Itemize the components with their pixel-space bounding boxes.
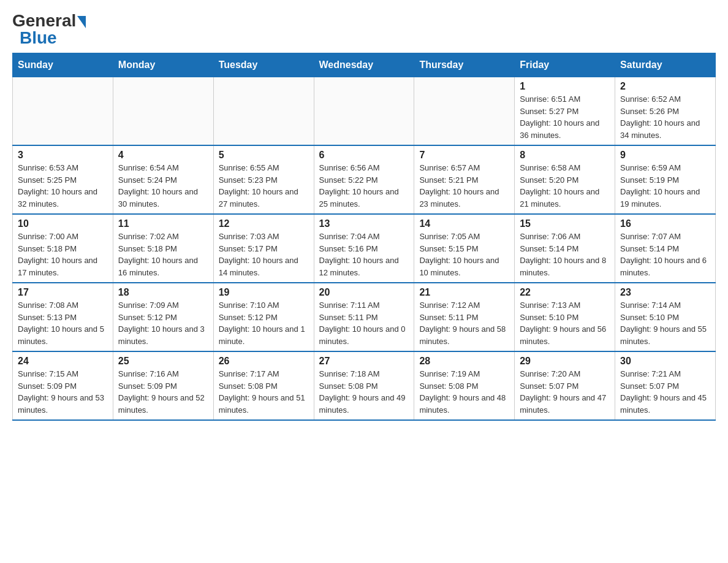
logo: General Blue <box>12 12 86 47</box>
day-info: Sunrise: 6:52 AM Sunset: 5:26 PM Dayligh… <box>620 93 710 141</box>
page-header: General Blue <box>12 12 716 47</box>
weekday-header-monday: Monday <box>113 53 213 77</box>
calendar-cell <box>113 77 213 146</box>
day-info: Sunrise: 7:18 AM Sunset: 5:08 PM Dayligh… <box>319 368 409 416</box>
calendar-week-1: 1Sunrise: 6:51 AM Sunset: 5:27 PM Daylig… <box>13 77 716 146</box>
calendar-cell: 26Sunrise: 7:17 AM Sunset: 5:08 PM Dayli… <box>213 351 314 420</box>
calendar-cell: 11Sunrise: 7:02 AM Sunset: 5:18 PM Dayli… <box>113 214 213 283</box>
day-number: 27 <box>319 356 409 367</box>
calendar-cell: 13Sunrise: 7:04 AM Sunset: 5:16 PM Dayli… <box>314 214 414 283</box>
day-number: 21 <box>419 287 509 298</box>
calendar-cell: 30Sunrise: 7:21 AM Sunset: 5:07 PM Dayli… <box>615 351 716 420</box>
day-number: 6 <box>319 150 409 161</box>
day-info: Sunrise: 7:08 AM Sunset: 5:13 PM Dayligh… <box>18 299 108 347</box>
calendar-week-4: 17Sunrise: 7:08 AM Sunset: 5:13 PM Dayli… <box>13 283 716 351</box>
weekday-header-saturday: Saturday <box>615 53 716 77</box>
day-number: 10 <box>18 218 108 229</box>
calendar-cell: 5Sunrise: 6:55 AM Sunset: 5:23 PM Daylig… <box>213 145 314 214</box>
day-info: Sunrise: 7:02 AM Sunset: 5:18 PM Dayligh… <box>118 231 208 278</box>
day-info: Sunrise: 7:05 AM Sunset: 5:15 PM Dayligh… <box>419 231 509 278</box>
calendar-cell: 12Sunrise: 7:03 AM Sunset: 5:17 PM Dayli… <box>213 214 314 283</box>
calendar-cell: 27Sunrise: 7:18 AM Sunset: 5:08 PM Dayli… <box>314 351 414 420</box>
day-number: 2 <box>620 81 710 92</box>
day-info: Sunrise: 7:07 AM Sunset: 5:14 PM Dayligh… <box>620 231 710 278</box>
day-info: Sunrise: 7:14 AM Sunset: 5:10 PM Dayligh… <box>620 299 710 347</box>
calendar-cell: 29Sunrise: 7:20 AM Sunset: 5:07 PM Dayli… <box>515 351 615 420</box>
day-number: 15 <box>520 218 610 229</box>
calendar-cell: 25Sunrise: 7:16 AM Sunset: 5:09 PM Dayli… <box>113 351 213 420</box>
day-info: Sunrise: 7:16 AM Sunset: 5:09 PM Dayligh… <box>118 368 208 416</box>
day-number: 13 <box>319 218 409 229</box>
day-info: Sunrise: 7:15 AM Sunset: 5:09 PM Dayligh… <box>18 368 108 416</box>
day-info: Sunrise: 6:58 AM Sunset: 5:20 PM Dayligh… <box>520 162 610 210</box>
calendar-cell: 22Sunrise: 7:13 AM Sunset: 5:10 PM Dayli… <box>515 283 615 351</box>
calendar-cell: 6Sunrise: 6:56 AM Sunset: 5:22 PM Daylig… <box>314 145 414 214</box>
day-info: Sunrise: 7:19 AM Sunset: 5:08 PM Dayligh… <box>419 368 509 416</box>
day-number: 18 <box>118 287 208 298</box>
day-number: 30 <box>620 356 710 367</box>
calendar-cell: 20Sunrise: 7:11 AM Sunset: 5:11 PM Dayli… <box>314 283 414 351</box>
day-number: 25 <box>118 356 208 367</box>
day-info: Sunrise: 7:13 AM Sunset: 5:10 PM Dayligh… <box>520 299 610 347</box>
calendar-table: SundayMondayTuesdayWednesdayThursdayFrid… <box>12 53 716 421</box>
calendar-cell: 15Sunrise: 7:06 AM Sunset: 5:14 PM Dayli… <box>515 214 615 283</box>
day-number: 20 <box>319 287 409 298</box>
day-number: 12 <box>219 218 309 229</box>
day-number: 23 <box>620 287 710 298</box>
calendar-cell <box>213 77 314 146</box>
calendar-cell: 9Sunrise: 6:59 AM Sunset: 5:19 PM Daylig… <box>615 145 716 214</box>
calendar-cell: 8Sunrise: 6:58 AM Sunset: 5:20 PM Daylig… <box>515 145 615 214</box>
day-info: Sunrise: 7:03 AM Sunset: 5:17 PM Dayligh… <box>219 231 309 278</box>
calendar-cell: 16Sunrise: 7:07 AM Sunset: 5:14 PM Dayli… <box>615 214 716 283</box>
weekday-header-wednesday: Wednesday <box>314 53 414 77</box>
day-number: 8 <box>520 150 610 161</box>
day-info: Sunrise: 6:57 AM Sunset: 5:21 PM Dayligh… <box>419 162 509 210</box>
calendar-cell: 7Sunrise: 6:57 AM Sunset: 5:21 PM Daylig… <box>414 145 515 214</box>
weekday-header-tuesday: Tuesday <box>213 53 314 77</box>
logo-triangle-icon <box>77 16 86 28</box>
calendar-cell <box>13 77 113 146</box>
day-info: Sunrise: 6:51 AM Sunset: 5:27 PM Dayligh… <box>520 93 610 141</box>
weekday-header-thursday: Thursday <box>414 53 515 77</box>
calendar-week-5: 24Sunrise: 7:15 AM Sunset: 5:09 PM Dayli… <box>13 351 716 420</box>
calendar-cell: 3Sunrise: 6:53 AM Sunset: 5:25 PM Daylig… <box>13 145 113 214</box>
day-number: 16 <box>620 218 710 229</box>
calendar-cell: 19Sunrise: 7:10 AM Sunset: 5:12 PM Dayli… <box>213 283 314 351</box>
calendar-cell: 17Sunrise: 7:08 AM Sunset: 5:13 PM Dayli… <box>13 283 113 351</box>
calendar-cell <box>414 77 515 146</box>
logo-general-text: General <box>12 12 76 29</box>
calendar-cell: 28Sunrise: 7:19 AM Sunset: 5:08 PM Dayli… <box>414 351 515 420</box>
day-info: Sunrise: 6:59 AM Sunset: 5:19 PM Dayligh… <box>620 162 710 210</box>
calendar-cell: 4Sunrise: 6:54 AM Sunset: 5:24 PM Daylig… <box>113 145 213 214</box>
calendar-week-2: 3Sunrise: 6:53 AM Sunset: 5:25 PM Daylig… <box>13 145 716 214</box>
day-info: Sunrise: 7:11 AM Sunset: 5:11 PM Dayligh… <box>319 299 409 347</box>
weekday-header-friday: Friday <box>515 53 615 77</box>
day-info: Sunrise: 6:54 AM Sunset: 5:24 PM Dayligh… <box>118 162 208 210</box>
day-number: 22 <box>520 287 610 298</box>
calendar-cell: 2Sunrise: 6:52 AM Sunset: 5:26 PM Daylig… <box>615 77 716 146</box>
day-info: Sunrise: 7:04 AM Sunset: 5:16 PM Dayligh… <box>319 231 409 278</box>
calendar-week-3: 10Sunrise: 7:00 AM Sunset: 5:18 PM Dayli… <box>13 214 716 283</box>
day-number: 29 <box>520 356 610 367</box>
day-info: Sunrise: 7:20 AM Sunset: 5:07 PM Dayligh… <box>520 368 610 416</box>
weekday-header-sunday: Sunday <box>13 53 113 77</box>
day-number: 28 <box>419 356 509 367</box>
day-number: 11 <box>118 218 208 229</box>
day-info: Sunrise: 6:53 AM Sunset: 5:25 PM Dayligh… <box>18 162 108 210</box>
day-info: Sunrise: 7:06 AM Sunset: 5:14 PM Dayligh… <box>520 231 610 278</box>
day-info: Sunrise: 7:10 AM Sunset: 5:12 PM Dayligh… <box>219 299 309 347</box>
day-info: Sunrise: 7:09 AM Sunset: 5:12 PM Dayligh… <box>118 299 208 347</box>
day-number: 3 <box>18 150 108 161</box>
day-info: Sunrise: 7:21 AM Sunset: 5:07 PM Dayligh… <box>620 368 710 416</box>
calendar-cell: 10Sunrise: 7:00 AM Sunset: 5:18 PM Dayli… <box>13 214 113 283</box>
day-number: 19 <box>219 287 309 298</box>
day-number: 4 <box>118 150 208 161</box>
calendar-cell: 21Sunrise: 7:12 AM Sunset: 5:11 PM Dayli… <box>414 283 515 351</box>
day-info: Sunrise: 7:17 AM Sunset: 5:08 PM Dayligh… <box>219 368 309 416</box>
weekday-header-row: SundayMondayTuesdayWednesdayThursdayFrid… <box>13 53 716 77</box>
day-info: Sunrise: 6:55 AM Sunset: 5:23 PM Dayligh… <box>219 162 309 210</box>
day-number: 17 <box>18 287 108 298</box>
calendar-cell <box>314 77 414 146</box>
day-info: Sunrise: 7:12 AM Sunset: 5:11 PM Dayligh… <box>419 299 509 347</box>
day-number: 26 <box>219 356 309 367</box>
